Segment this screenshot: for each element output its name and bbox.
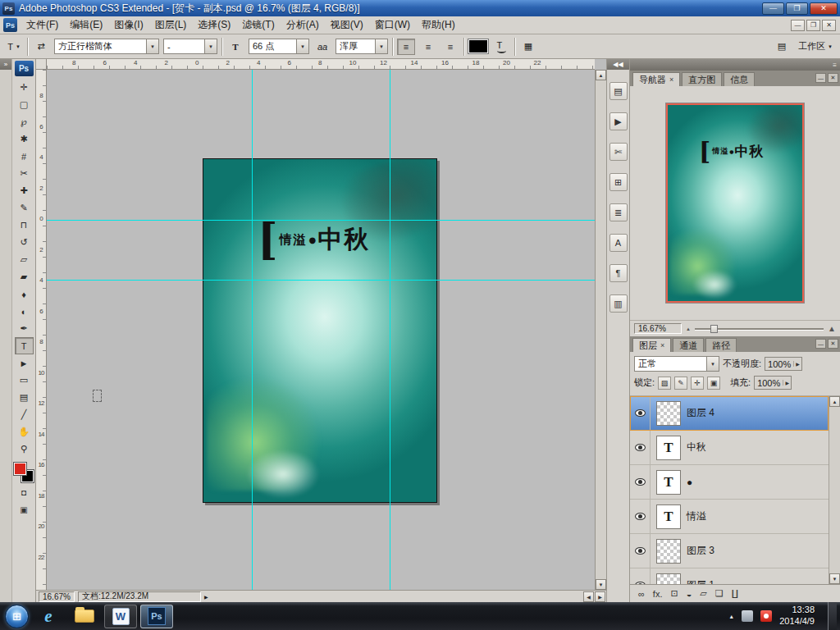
- layer-comps-panel-icon[interactable]: ≣: [609, 203, 628, 221]
- menu-layer[interactable]: 图层(L): [149, 16, 193, 34]
- tool-preset-picker[interactable]: T ▼: [5, 39, 23, 55]
- blend-mode-select[interactable]: 正常 ▼: [634, 356, 719, 372]
- layer-row-zhongqiu[interactable]: T 中秋: [630, 431, 829, 465]
- zoom-slider-thumb[interactable]: [710, 325, 718, 333]
- fill-field[interactable]: 100% ▶: [754, 376, 792, 390]
- toggle-palettes-button[interactable]: ▦: [519, 39, 537, 55]
- new-layer-icon[interactable]: ❏: [715, 588, 724, 599]
- menu-select[interactable]: 选择(S): [192, 16, 236, 34]
- opacity-field[interactable]: 100% ▶: [765, 357, 802, 371]
- panel-minimize-icon[interactable]: —: [815, 73, 826, 83]
- start-button[interactable]: ⊞: [5, 605, 29, 628]
- status-menu-arrow-icon[interactable]: ▶: [204, 594, 208, 600]
- tab-info[interactable]: 信息: [724, 72, 755, 86]
- scroll-up-icon[interactable]: ▲: [596, 70, 606, 80]
- hand-tool[interactable]: ✋: [15, 423, 34, 441]
- blur-tool[interactable]: ♦: [15, 285, 34, 303]
- layer-name[interactable]: 情溢: [687, 509, 706, 523]
- chevron-down-icon[interactable]: ▼: [146, 39, 158, 53]
- horizontal-guide-1[interactable]: [47, 220, 595, 221]
- eye-icon[interactable]: [635, 547, 646, 555]
- screen-mode-button[interactable]: ▣: [15, 502, 34, 517]
- vertical-guide-1[interactable]: [252, 70, 253, 590]
- type-tool[interactable]: T: [15, 337, 34, 354]
- layer-name[interactable]: ●: [687, 477, 692, 488]
- menu-edit[interactable]: 编辑(E): [64, 16, 108, 34]
- quick-mask-button[interactable]: ◘: [15, 485, 34, 500]
- layer-thumbnail[interactable]: [656, 401, 681, 426]
- quick-selection-tool[interactable]: ✱: [15, 130, 34, 148]
- tab-histogram[interactable]: 直方图: [682, 72, 722, 86]
- taskbar-word-icon[interactable]: W: [104, 605, 137, 628]
- dodge-tool[interactable]: ◐: [15, 303, 34, 320]
- rectangular-marquee-tool[interactable]: ▢: [15, 96, 34, 113]
- menu-view[interactable]: 视图(V): [325, 16, 369, 34]
- text-color-swatch[interactable]: [468, 39, 488, 53]
- horizontal-ruler[interactable]: 86420246810121416182022: [47, 59, 595, 70]
- eye-icon[interactable]: [635, 478, 646, 486]
- history-brush-tool[interactable]: ↺: [15, 234, 34, 251]
- clone-stamp-tool[interactable]: ⊓: [15, 217, 34, 234]
- layer-name[interactable]: 中秋: [687, 441, 706, 454]
- document-canvas[interactable]: [ 情溢 ● 中秋: [203, 158, 437, 503]
- scroll-right-icon[interactable]: ▶: [595, 591, 605, 602]
- align-center-button[interactable]: ≡: [419, 39, 437, 55]
- scroll-up-icon[interactable]: ▲: [829, 396, 840, 407]
- lock-all-button[interactable]: ▣: [707, 377, 720, 390]
- font-size-select[interactable]: 66 点 ▼: [249, 39, 309, 54]
- layer-name[interactable]: 图层 4: [687, 406, 714, 420]
- styles-panel-icon[interactable]: ▥: [609, 294, 628, 313]
- panel-minimize-icon[interactable]: —: [815, 339, 826, 349]
- menu-file[interactable]: 文件(F): [21, 16, 64, 34]
- path-selection-tool[interactable]: ►: [15, 354, 34, 372]
- popup-slider-icon[interactable]: ▶: [783, 380, 791, 386]
- taskbar-explorer-icon[interactable]: [68, 605, 101, 628]
- eyedropper-tool[interactable]: ╱: [15, 406, 34, 423]
- visibility-cell[interactable]: [630, 568, 651, 584]
- menu-help[interactable]: 帮助(H): [416, 16, 461, 34]
- window-restore-button[interactable]: ❐: [786, 2, 808, 15]
- window-minimize-button[interactable]: —: [762, 2, 784, 15]
- lock-transparency-button[interactable]: ▨: [658, 377, 671, 390]
- vertical-scrollbar[interactable]: ▲ ▼: [595, 70, 606, 590]
- chevron-down-icon[interactable]: ▼: [204, 39, 217, 53]
- healing-brush-tool[interactable]: ✚: [15, 182, 34, 199]
- zoom-in-icon[interactable]: ▲: [828, 324, 836, 333]
- toolbox-expand-button[interactable]: »: [0, 59, 11, 70]
- visibility-cell[interactable]: [630, 465, 651, 499]
- layer-style-icon[interactable]: fx.: [653, 589, 663, 599]
- gradient-tool[interactable]: ▰: [15, 268, 34, 285]
- text-layer-thumbnail[interactable]: T: [656, 504, 681, 529]
- link-layers-icon[interactable]: ∞: [638, 589, 645, 599]
- eraser-tool[interactable]: ▱: [15, 251, 34, 268]
- tool-presets-panel-icon[interactable]: ✄: [609, 143, 628, 161]
- layer-row-layer4[interactable]: 图层 4: [630, 396, 829, 431]
- chevron-down-icon[interactable]: ▼: [375, 39, 387, 53]
- navigator-zoom-slider[interactable]: [695, 328, 824, 330]
- vertical-guide-2[interactable]: [390, 70, 390, 590]
- eye-icon[interactable]: [635, 409, 646, 417]
- font-style-select[interactable]: - ▼: [163, 39, 217, 54]
- tab-channels[interactable]: 通道: [673, 338, 704, 352]
- window-close-button[interactable]: ✕: [810, 2, 838, 15]
- layer-thumbnail[interactable]: [656, 573, 681, 585]
- tray-icon-2[interactable]: [760, 610, 772, 622]
- doc-close-button[interactable]: ✕: [822, 20, 836, 31]
- tab-navigator[interactable]: 导航器 ×: [632, 72, 680, 86]
- character-panel-icon[interactable]: A: [609, 234, 628, 252]
- anti-alias-select[interactable]: 浑厚 ▼: [336, 39, 388, 54]
- tab-layers[interactable]: 图层 ×: [632, 338, 671, 352]
- lasso-tool[interactable]: ℘: [15, 113, 34, 130]
- panel-close-icon[interactable]: ✕: [828, 339, 838, 349]
- eye-icon[interactable]: [635, 513, 646, 520]
- popup-slider-icon[interactable]: ▶: [793, 361, 801, 367]
- crop-tool[interactable]: #: [15, 148, 34, 165]
- dock-expand-button[interactable]: ◀◀: [607, 59, 629, 70]
- horizontal-guide-2[interactable]: [47, 280, 595, 281]
- move-tool[interactable]: ✛: [15, 79, 34, 96]
- new-group-icon[interactable]: ▱: [700, 588, 706, 599]
- font-family-select[interactable]: 方正行楷简体 ▼: [54, 39, 159, 54]
- warp-text-button[interactable]: T: [492, 39, 510, 55]
- vertical-ruler[interactable]: 86420246810121416182022: [36, 70, 47, 590]
- taskbar-ie-icon[interactable]: e: [32, 605, 65, 628]
